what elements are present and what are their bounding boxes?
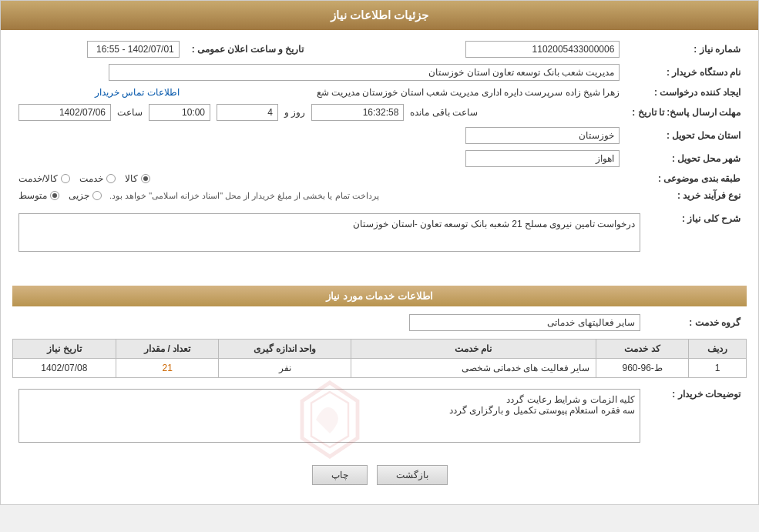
- nam-dastgah-value: مدیریت شعب بانک توسعه تعاون استان خوزستا…: [109, 64, 620, 81]
- col-kod: کد خدمت: [596, 340, 688, 359]
- description-area: کلیه الزمات و شرایط رعایت گردد سه فقره ا…: [18, 389, 640, 450]
- mohlat-label: مهلت ارسال پاسخ: تا تاریخ :: [626, 101, 747, 124]
- back-button[interactable]: بازگشت: [377, 465, 448, 485]
- radio-kala: کالا: [125, 173, 150, 184]
- tarikh-label: تاریخ و ساعت اعلان عمومی :: [186, 38, 311, 61]
- sharh-koli-value: درخواست تامین نیروی مسلح 21 شعبه بانک تو…: [18, 213, 640, 252]
- tabaqe-radio-group: کالا/خدمت خدمت کالا: [18, 173, 620, 184]
- radio-motavaset-circle: [50, 191, 59, 200]
- radio-khadamat-circle: [106, 174, 116, 183]
- shahr-value: اهواز: [465, 150, 620, 167]
- radio-khadamat: خدمت: [79, 173, 116, 184]
- ostan-label: استان محل تحویل :: [626, 124, 747, 147]
- radio-jozi-label: جزیی: [69, 190, 89, 201]
- radio-kala-khadamat-label: کالا/خدمت: [18, 173, 58, 184]
- nam-dastgah-label: نام دستگاه خریدار :: [626, 61, 747, 84]
- rooz-label: روز و: [284, 107, 305, 118]
- services-table: ردیف کد خدمت نام خدمت واحد اندازه گیری ت…: [12, 339, 747, 378]
- cell-kod: ط-96-960: [596, 359, 688, 378]
- description-label: توضیحات خریدار :: [672, 389, 741, 400]
- ostan-value: خوزستان: [465, 127, 620, 144]
- col-radif: ردیف: [689, 340, 747, 359]
- ijad-konande-value: زهرا شیخ زاده سرپرست دایره اداری مدیریت …: [317, 87, 620, 98]
- shomare-niaz-label: شماره نیاز :: [626, 38, 747, 61]
- watermark-logo: [284, 373, 376, 466]
- mohlat-rooz: 4: [217, 104, 278, 121]
- radio-jozi-circle: [92, 191, 102, 200]
- mohlat-saat-baqi: 16:32:58: [311, 104, 404, 121]
- noe-farayand-desc: پرداخت تمام یا بخشی از مبلغ خریدار از مح…: [109, 191, 379, 201]
- cell-tarikh: 1402/07/08: [13, 359, 116, 378]
- sharh-koli-label: شرح کلی نیاز :: [682, 213, 741, 224]
- cell-tedad: 21: [116, 359, 219, 378]
- saat-label: ساعت: [117, 107, 143, 118]
- tabaqe-label: طبقه بندی موضوعی :: [626, 170, 747, 187]
- shahr-label: شهر محل تحویل :: [626, 147, 747, 170]
- cell-radif: 1: [689, 359, 747, 378]
- radio-kala-label: کالا: [125, 173, 138, 184]
- groh-khadamat-value: سایر فعالیتهای خدماتی: [409, 314, 640, 331]
- page-header: جزئیات اطلاعات نیاز: [1, 1, 758, 30]
- print-button[interactable]: چاپ: [312, 465, 368, 485]
- mohlat-date: 1402/07/06: [18, 104, 111, 121]
- radio-kala-khadamat: کالا/خدمت: [18, 173, 70, 184]
- groh-khadamat-label: گروه خدمت :: [689, 317, 741, 328]
- radio-khadamat-label: خدمت: [79, 173, 103, 184]
- shomare-niaz-value: 1102005433000006: [465, 41, 620, 58]
- table-row: 1 ط-96-960 سایر فعالیت های خدماتی شخصی ن…: [13, 359, 747, 378]
- header-title: جزئیات اطلاعات نیاز: [331, 8, 428, 22]
- mohlat-saat: 10:00: [149, 104, 210, 121]
- col-nam: نام خدمت: [351, 340, 596, 359]
- services-section-title: اطلاعات خدمات مورد نیاز: [12, 286, 747, 306]
- radio-kala-khadamat-circle: [61, 174, 70, 183]
- col-tarikh: تاریخ نیاز: [13, 340, 116, 359]
- ijad-konande-label: ایجاد کننده درخواست :: [626, 84, 747, 101]
- baqi-label: ساعت باقی مانده: [410, 107, 478, 118]
- bottom-buttons: بازگشت چاپ: [12, 465, 747, 485]
- sharh-koli-area: درخواست تامین نیروی مسلح 21 شعبه بانک تو…: [18, 213, 640, 275]
- col-tedad: تعداد / مقدار: [116, 340, 219, 359]
- radio-kala-circle: [141, 174, 150, 183]
- col-vahed: واحد اندازه گیری: [219, 340, 351, 359]
- radio-jozi: جزیی: [69, 190, 102, 201]
- noe-farayand-group: متوسط جزیی: [18, 190, 102, 201]
- radio-motavaset-label: متوسط: [18, 190, 47, 201]
- tarikh-value: 1402/07/01 - 16:55: [87, 41, 180, 58]
- noe-farayand-label: نوع فرآیند خرید :: [626, 187, 747, 204]
- radio-motavaset: متوسط: [18, 190, 59, 201]
- contact-link[interactable]: اطلاعات تماس خریدار: [95, 87, 180, 98]
- cell-nam: سایر فعالیت های خدماتی شخصی: [351, 359, 596, 378]
